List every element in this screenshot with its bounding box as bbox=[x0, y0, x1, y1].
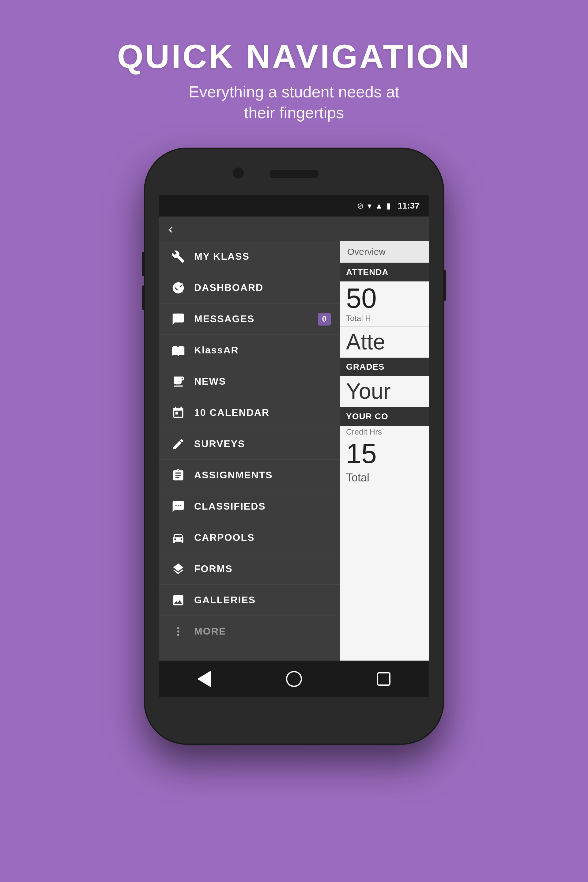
home-button[interactable] bbox=[282, 667, 306, 691]
nav-item-more[interactable]: MORE bbox=[159, 616, 340, 647]
nav-drawer: MY KLASS DASHBOARD MESSAGES 0 bbox=[159, 241, 340, 698]
nav-label-forms: FORMS bbox=[194, 563, 331, 574]
nav-item-dashboard[interactable]: DASHBOARD bbox=[159, 272, 340, 303]
nav-item-klassar[interactable]: KlassAR bbox=[159, 335, 340, 366]
status-time: 11:37 bbox=[398, 201, 420, 211]
phone-vol-down bbox=[142, 285, 144, 310]
phone-vol-up bbox=[142, 252, 144, 276]
nav-label-klassar: KlassAR bbox=[194, 345, 331, 356]
wrench-screwdriver-icon bbox=[168, 247, 188, 266]
page-header: QUICK NAVIGATION Everything a student ne… bbox=[117, 37, 471, 123]
nav-label-more: MORE bbox=[194, 626, 331, 637]
gallery-icon bbox=[168, 591, 188, 610]
battery-icon: ▮ bbox=[387, 201, 391, 211]
nav-label-calendar: 10 CALENDAR bbox=[194, 407, 331, 418]
grades-text: Your bbox=[340, 376, 429, 406]
nav-label-surveys: SURVEYS bbox=[194, 438, 331, 450]
signal-icon: ▲ bbox=[375, 201, 383, 211]
layers-icon bbox=[168, 559, 188, 579]
nav-item-news[interactable]: NEWS bbox=[159, 366, 340, 397]
nav-item-galleries[interactable]: GALLERIES bbox=[159, 585, 340, 616]
calendar-icon bbox=[168, 403, 188, 423]
nav-item-forms[interactable]: FORMS bbox=[159, 554, 340, 585]
nav-label-dashboard: DASHBOARD bbox=[194, 282, 331, 293]
total-label: Total bbox=[340, 469, 429, 487]
credit-label: Credit Hrs bbox=[340, 426, 429, 438]
total-hours-label: Total H bbox=[340, 312, 429, 326]
top-bar: ‹ bbox=[159, 216, 429, 241]
phone-speaker bbox=[270, 170, 318, 178]
nav-item-assignments[interactable]: ASSIGNMENTS bbox=[159, 460, 340, 491]
courses-header: YOUR CO bbox=[340, 407, 429, 426]
dashboard-icon bbox=[168, 278, 188, 298]
app-content: ‹ MY KLASS DASHBOARD bbox=[159, 216, 429, 698]
nav-label-galleries: GALLERIES bbox=[194, 594, 331, 606]
attendance-text: Atte bbox=[340, 327, 429, 357]
phone-power bbox=[444, 270, 446, 301]
status-icons: ⊘ ▾ ▲ ▮ 11:37 bbox=[357, 201, 420, 211]
page-title: QUICK NAVIGATION bbox=[117, 37, 471, 76]
svg-point-0 bbox=[177, 286, 180, 290]
total-hours-value: 50 bbox=[340, 282, 429, 312]
nav-item-messages[interactable]: MESSAGES 0 bbox=[159, 303, 340, 335]
nav-label-messages: MESSAGES bbox=[194, 313, 318, 325]
overview-tab[interactable]: Overview bbox=[340, 241, 429, 263]
back-arrow-icon[interactable]: ‹ bbox=[168, 222, 173, 236]
recent-square-icon bbox=[377, 672, 390, 686]
more-icon bbox=[168, 622, 188, 641]
attendance-header: ATTENDA bbox=[340, 263, 429, 282]
book-icon bbox=[168, 340, 188, 360]
nav-item-calendar[interactable]: 10 CALENDAR bbox=[159, 397, 340, 429]
wifi-icon: ▾ bbox=[368, 201, 372, 211]
car-icon bbox=[168, 528, 188, 548]
nav-item-surveys[interactable]: SURVEYS bbox=[159, 429, 340, 460]
newspaper-icon bbox=[168, 372, 188, 392]
nav-label-my-klass: MY KLASS bbox=[194, 251, 331, 262]
no-sim-icon: ⊘ bbox=[357, 201, 364, 211]
phone-camera bbox=[233, 168, 244, 178]
clipboard-icon bbox=[168, 465, 188, 485]
messages-badge: 0 bbox=[318, 313, 331, 326]
page-subtitle: Everything a student needs attheir finge… bbox=[117, 82, 471, 123]
nav-item-carpools[interactable]: CARPOOLS bbox=[159, 522, 340, 554]
right-panel: Overview ATTENDA 50 Total H Atte GRADES … bbox=[340, 241, 429, 698]
phone-screen: ⊘ ▾ ▲ ▮ 11:37 ‹ MY KLASS bbox=[159, 195, 429, 698]
recent-button[interactable] bbox=[372, 667, 396, 691]
nav-label-assignments: ASSIGNMENTS bbox=[194, 470, 331, 481]
home-circle-icon bbox=[286, 671, 302, 687]
classifieds-icon bbox=[168, 497, 188, 516]
back-button[interactable] bbox=[192, 667, 216, 691]
credit-value: 15 bbox=[340, 438, 429, 469]
back-triangle-icon bbox=[197, 670, 212, 687]
nav-item-classifieds[interactable]: CLASSIFIEDS bbox=[159, 491, 340, 522]
nav-label-carpools: CARPOOLS bbox=[194, 532, 331, 543]
bottom-nav bbox=[159, 661, 429, 698]
nav-label-news: NEWS bbox=[194, 376, 331, 387]
pencil-icon bbox=[168, 434, 188, 454]
nav-label-classifieds: CLASSIFIEDS bbox=[194, 501, 331, 512]
phone-shell: ⊘ ▾ ▲ ▮ 11:37 ‹ MY KLASS bbox=[144, 148, 444, 745]
status-bar: ⊘ ▾ ▲ ▮ 11:37 bbox=[159, 195, 429, 216]
nav-item-my-klass[interactable]: MY KLASS bbox=[159, 241, 340, 272]
chat-icon bbox=[168, 309, 188, 329]
grades-header: GRADES bbox=[340, 358, 429, 376]
